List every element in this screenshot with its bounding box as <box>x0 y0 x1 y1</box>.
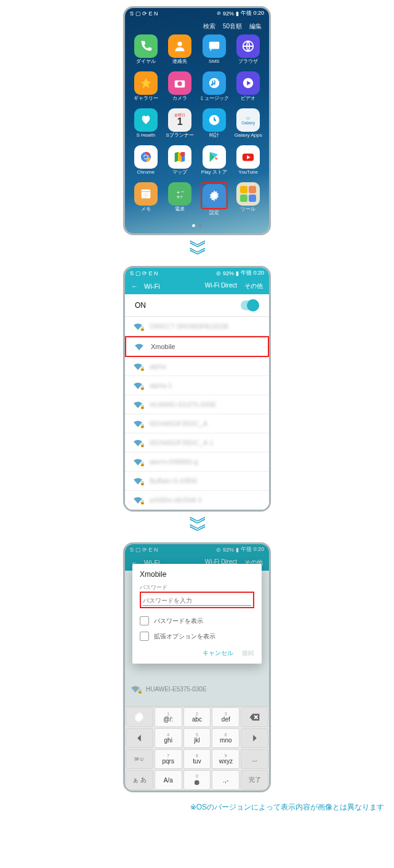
wifi-signal-icon: 🔒 <box>134 323 143 330</box>
app-video[interactable]: ビデオ <box>231 71 266 106</box>
advanced-options-checkbox[interactable] <box>140 632 149 641</box>
app-calc[interactable]: ＋−×÷電卓 <box>163 182 198 220</box>
show-password-checkbox[interactable] <box>140 616 149 625</box>
app-clock[interactable]: 時計 <box>197 108 231 143</box>
app-label: Chrome <box>137 170 155 180</box>
wifi-signal-icon: 🔒 <box>134 401 143 408</box>
wifi-signal-icon: 🔒 <box>134 497 143 504</box>
lock-icon: 🔒 <box>140 443 145 448</box>
key-ぁ あ[interactable]: ぁ あ <box>126 770 153 790</box>
key-jkl[interactable]: 5jkl <box>183 728 211 748</box>
lock-icon: 🔒 <box>140 385 145 390</box>
wifi-network-item[interactable]: 🔒alpha-1 <box>125 376 269 395</box>
app-music[interactable]: ミュージック <box>197 71 231 106</box>
wifi-network-item[interactable]: 🔒DIRECT-SR5960PA1820E <box>125 317 269 336</box>
globe-icon <box>236 34 260 58</box>
app-label: ダイヤル <box>136 59 156 69</box>
key-def[interactable]: 3def <box>212 707 239 727</box>
show-password-row[interactable]: パスワードを表示 <box>140 613 254 629</box>
topmenu-2[interactable]: 編集 <box>249 22 262 31</box>
chrome-icon <box>134 145 158 169</box>
arrow-down-icon: ︾︾ <box>189 518 205 536</box>
app-chrome[interactable]: Chrome <box>129 145 163 180</box>
wifi-toggle[interactable] <box>241 300 259 310</box>
wifi-action-0[interactable]: Wi-Fi Direct <box>205 282 237 291</box>
key-bksp[interactable] <box>241 707 268 727</box>
key-sym[interactable]: !#☺ <box>126 749 153 769</box>
arrow-down-icon: ︾︾ <box>189 241 205 260</box>
gear-icon <box>203 184 226 207</box>
topmenu-1[interactable]: 50音順 <box>223 22 242 31</box>
play-icon <box>203 145 226 169</box>
app-label: Galaxy Apps <box>235 133 262 143</box>
app-health[interactable]: S Health <box>129 108 163 143</box>
wifi-network-item[interactable]: 🔒0024A5DF35DC_A <box>125 414 269 433</box>
connect-button[interactable]: 接続 <box>242 649 254 657</box>
app-flower[interactable]: ギャラリー <box>129 71 163 106</box>
app-phone[interactable]: ダイヤル <box>129 34 163 69</box>
back-button[interactable]: ← <box>131 283 138 290</box>
key-abc[interactable]: 2abc <box>183 707 211 727</box>
key-tuv[interactable]: 8tuv <box>183 749 211 769</box>
health-icon <box>134 108 158 132</box>
svg-rect-1 <box>209 42 220 49</box>
lock-icon: 🔒 <box>140 404 145 409</box>
svg-text:×÷: ×÷ <box>177 194 183 200</box>
key-left[interactable] <box>126 728 153 748</box>
wifi-network-item[interactable]: 🔒aterm-699660-g <box>125 452 269 472</box>
alarm-icon: ⊘ <box>216 547 221 553</box>
wifi-password-dialog: Xmobile パスワード パスワードを表示 拡張オプションを表示 キャンセル … <box>132 564 262 664</box>
status-bar: S ▢ ⟳ E N ⊘ 92% ▮ 午後 0:20 <box>125 268 269 278</box>
key-rec[interactable]: 0⏺ <box>183 770 211 790</box>
wifi-action-1[interactable]: その他 <box>244 282 263 291</box>
password-field-highlight <box>140 592 254 608</box>
wifi-header: S ▢ ⟳ E N ⊘ 92% ▮ 午後 0:20 ← Wi-Fi Wi-Fi … <box>125 268 269 294</box>
app-play[interactable]: Play ストア <box>197 145 231 180</box>
wifi-ssid: DIRECT-SR5960PA1820E <box>150 323 260 330</box>
page-dot-2[interactable] <box>199 224 202 227</box>
tools-icon <box>236 182 260 206</box>
battery-icon: ▮ <box>236 270 239 276</box>
key-ghi[interactable]: 4ghi <box>155 728 182 748</box>
wifi-network-item[interactable]: Xmobile <box>125 336 269 357</box>
key-.,-[interactable]: .,- <box>212 770 239 790</box>
cancel-button[interactable]: キャンセル <box>203 649 233 657</box>
app-gear[interactable]: 設定 <box>197 182 231 220</box>
wifi-network-item[interactable]: 🔒pr500m-bb33df-3 <box>125 491 269 510</box>
key-gear[interactable] <box>126 707 153 727</box>
battery-icon: ▮ <box>236 547 239 553</box>
app-camera[interactable]: カメラ <box>163 71 198 106</box>
key-wxyz[interactable]: 9wxyz <box>212 749 239 769</box>
key-sp[interactable]: ⎵ <box>241 749 268 769</box>
key-@/:[interactable]: 1@/: <box>155 707 182 727</box>
app-label: 電卓 <box>175 207 185 217</box>
app-tools[interactable]: ツール <box>231 182 266 220</box>
topmenu-0[interactable]: 検索 <box>203 22 215 31</box>
app-contact[interactable]: 連絡先 <box>163 34 198 69</box>
phone-icon <box>134 34 158 58</box>
background-ssid: HUAWEI-E5375-030E <box>146 686 207 693</box>
app-youtube[interactable]: YouTube <box>231 145 266 180</box>
footnote: ※OSのバージョンによって表示内容が画像とは異なります <box>0 802 394 813</box>
wifi-network-item[interactable]: 🔒HUAWEI-E5375-030E <box>125 395 269 414</box>
app-galaxy[interactable]: ⬭GalaxyGalaxy Apps <box>231 108 266 143</box>
wifi-network-item[interactable]: 🔒Buffalo-G-EB5E <box>125 472 269 491</box>
app-memo[interactable]: メモ <box>129 182 163 220</box>
key-完了[interactable]: 完了 <box>241 770 268 790</box>
password-input[interactable] <box>143 596 251 606</box>
app-maps[interactable]: マップ <box>163 145 198 180</box>
key-pqrs[interactable]: 7pqrs <box>155 749 182 769</box>
key-A/a[interactable]: A/a <box>155 770 182 790</box>
page-dot-1[interactable] <box>192 224 195 227</box>
wifi-network-item[interactable]: 🔒0024A5DF35DC_A-1 <box>125 433 269 452</box>
page-indicator <box>125 224 269 227</box>
lock-icon: 🔒 <box>140 366 145 371</box>
key-right[interactable] <box>241 728 268 748</box>
key-mno[interactable]: 6mno <box>212 728 239 748</box>
app-globe[interactable]: ブラウザ <box>231 34 266 69</box>
app-sms[interactable]: SMS <box>197 34 231 69</box>
wifi-network-item[interactable]: 🔒alpha <box>125 357 269 376</box>
app-label: SMS <box>209 59 219 69</box>
advanced-options-row[interactable]: 拡張オプションを表示 <box>140 629 254 644</box>
app-calendar[interactable]: 金曜日1Sプランナー <box>163 108 198 143</box>
